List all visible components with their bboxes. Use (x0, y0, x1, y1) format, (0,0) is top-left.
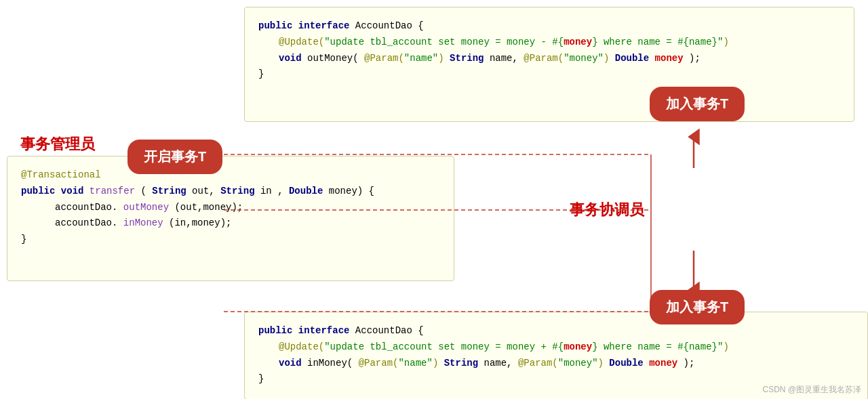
main-code-line5: } (21, 232, 440, 248)
main-code-line3: accountDao. outMoney (out,money); (55, 200, 440, 216)
top-code-line1: public interface AccountDao { (258, 18, 840, 35)
bottom-code-line1: public interface AccountDao { (258, 323, 854, 339)
watermark: CSDN @图灵重生我名苏泽 (762, 384, 861, 396)
main-code-line1: @Transactional (21, 167, 440, 184)
top-code-line2: @Update("update tbl_account set money = … (279, 35, 840, 51)
start-tx-badge: 开启事务T (127, 140, 222, 174)
join-tx-top-badge: 加入事务T (650, 87, 745, 121)
join-tx-bottom-badge: 加入事务T (650, 290, 745, 324)
manager-label: 事务管理员 (20, 134, 95, 154)
top-code-line4: } (258, 66, 840, 83)
top-code-panel: public interface AccountDao { @Update("u… (244, 7, 854, 122)
bottom-code-line2: @Update("update tbl_account set money = … (279, 339, 854, 356)
coordinator-label: 事务协调员 (570, 200, 644, 220)
bottom-code-line3: void inMoney( @Param("name") String name… (279, 356, 854, 372)
top-code-line3: void outMoney( @Param("name") String nam… (279, 51, 840, 67)
main-code-line4: accountDao. inMoney (in,money); (55, 215, 440, 232)
main-code-panel: @Transactional public void transfer ( St… (7, 156, 454, 281)
main-code-line2: public void transfer ( String out, Strin… (21, 184, 440, 200)
